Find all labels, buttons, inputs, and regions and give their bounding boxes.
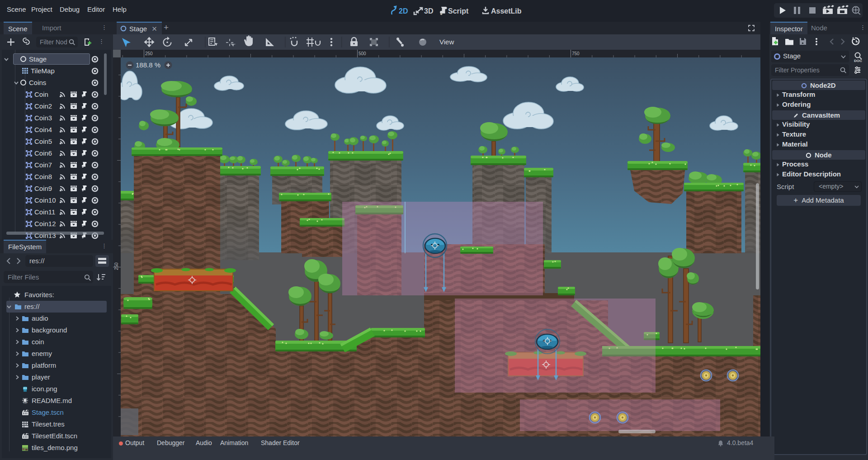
svg-text:3D: 3D [424, 7, 433, 15]
svg-text:TXT: TXT [23, 402, 27, 404]
svg-text:2D: 2D [399, 7, 408, 15]
svg-text:250: 250 [145, 51, 153, 56]
svg-text:Script: Script [448, 7, 469, 15]
svg-text:500: 500 [359, 51, 366, 56]
svg-text:250: 250 [114, 262, 119, 270]
svg-text:188.8 %: 188.8 % [136, 61, 160, 69]
svg-text:DOC: DOC [854, 59, 862, 63]
svg-text:View: View [439, 38, 454, 46]
svg-text:750: 750 [572, 51, 580, 56]
svg-text:AssetLib: AssetLib [491, 7, 522, 15]
